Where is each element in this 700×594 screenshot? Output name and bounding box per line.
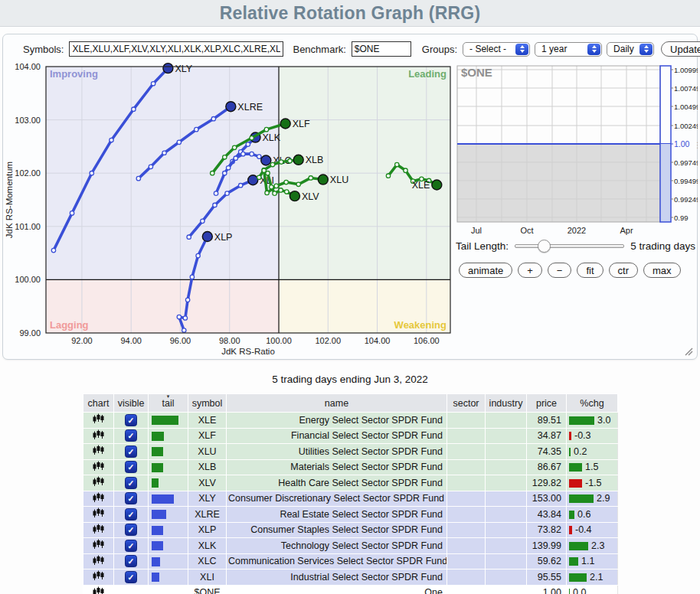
col-header-chart[interactable]: chart bbox=[83, 394, 114, 413]
visible-checkbox[interactable]: ✓ bbox=[125, 429, 137, 442]
chart-icon[interactable] bbox=[93, 429, 104, 440]
name-cell: Financial Select Sector SPDR Fund bbox=[227, 428, 447, 444]
visible-checkbox[interactable]: ✓ bbox=[125, 524, 137, 536]
visible-checkbox[interactable]: ✓ bbox=[125, 571, 137, 583]
pct-change-value: 2.1 bbox=[590, 572, 603, 583]
symbol-cell: XLRE bbox=[188, 507, 227, 523]
chart-icon[interactable] bbox=[93, 461, 104, 472]
slider-thumb[interactable] bbox=[538, 240, 551, 253]
series-head-XLB[interactable] bbox=[293, 155, 303, 165]
col-header-industry[interactable]: industry bbox=[486, 394, 527, 413]
benchmark-input[interactable] bbox=[352, 41, 411, 57]
stepper-icon bbox=[587, 44, 600, 55]
center-button[interactable]: ctr bbox=[609, 263, 638, 278]
period-select-value: Daily bbox=[613, 44, 634, 54]
tail-bar bbox=[152, 510, 166, 519]
svg-text:Leading: Leading bbox=[408, 68, 446, 80]
name-cell: Materials Select Sector SPDR Fund bbox=[227, 459, 447, 475]
svg-text:XLE: XLE bbox=[412, 180, 430, 191]
svg-text:0.9949999: 0.9949999 bbox=[674, 177, 698, 185]
series-head-XLP[interactable] bbox=[202, 232, 212, 242]
rrg-app: Relative Rotation Graph (RRG) Symbols: B… bbox=[0, 0, 700, 594]
symbol-cell: XLV bbox=[188, 475, 227, 491]
name-cell: Energy Select Sector SPDR Fund bbox=[227, 413, 447, 429]
animate-button[interactable]: animate bbox=[459, 263, 512, 278]
table-row-XLV: ✓XLVHealth Care Select Sector SPDR Fund1… bbox=[83, 475, 618, 491]
stepper-icon bbox=[515, 44, 528, 55]
resize-handle-icon[interactable] bbox=[683, 346, 693, 356]
svg-text:XLP: XLP bbox=[214, 232, 233, 243]
col-header-sector[interactable]: sector bbox=[447, 394, 486, 413]
series-head-XLRE[interactable] bbox=[226, 102, 236, 112]
zoom-out-button[interactable]: − bbox=[548, 263, 572, 278]
col-header-tail[interactable]: tail▾ bbox=[149, 394, 188, 413]
price-cell: 95.55 bbox=[527, 570, 567, 586]
series-head-XLI[interactable] bbox=[248, 175, 258, 185]
pct-change-bar bbox=[569, 589, 570, 594]
visible-checkbox[interactable]: ✓ bbox=[125, 492, 137, 504]
tail-bar bbox=[152, 478, 159, 488]
svg-text:1.0074999: 1.0074999 bbox=[674, 84, 698, 93]
zoom-in-button[interactable]: + bbox=[518, 263, 542, 278]
chart-icon[interactable] bbox=[93, 445, 104, 455]
visible-checkbox[interactable]: ✓ bbox=[125, 540, 137, 552]
svg-text:100.00: 100.00 bbox=[266, 336, 292, 345]
svg-text:JdK RS-Momentum: JdK RS-Momentum bbox=[5, 162, 14, 238]
max-button[interactable]: max bbox=[643, 263, 681, 278]
pct-change-value: 1.5 bbox=[585, 462, 598, 472]
table-row-XLF: ✓XLFFinancial Select Sector SPDR Fund34.… bbox=[83, 428, 618, 444]
name-cell: Utilities Select Sector SPDR Fund bbox=[227, 444, 447, 460]
pct-change-value: 2.9 bbox=[597, 493, 610, 504]
chart-icon[interactable] bbox=[93, 476, 104, 487]
col-header-visible[interactable]: visible bbox=[114, 394, 149, 413]
chart-icon[interactable] bbox=[93, 555, 104, 566]
tail-length-slider[interactable] bbox=[515, 240, 624, 252]
col-header-name[interactable]: name bbox=[227, 394, 447, 413]
svg-text:94.00: 94.00 bbox=[120, 336, 142, 345]
chart-icon[interactable] bbox=[93, 570, 104, 581]
col-header-chg[interactable]: %chg bbox=[567, 394, 618, 413]
chart-icon[interactable] bbox=[93, 413, 104, 424]
svg-text:103.00: 103.00 bbox=[15, 116, 41, 125]
visible-checkbox[interactable]: ✓ bbox=[125, 461, 137, 473]
page-title: Relative Rotation Graph (RRG) bbox=[220, 3, 481, 24]
chart-icon[interactable] bbox=[93, 539, 104, 550]
series-head-XLU[interactable] bbox=[318, 175, 328, 184]
chart-icon[interactable] bbox=[93, 492, 104, 503]
svg-text:XLV: XLV bbox=[302, 191, 319, 202]
period-select[interactable]: Daily bbox=[607, 42, 654, 57]
range-select[interactable]: 1 year bbox=[535, 42, 602, 57]
benchmark-mini-chart: 1.00999991.00749991.00499991.00249991.00… bbox=[456, 62, 698, 241]
table-row-XLRE: ✓XLREReal Estate Select Sector SPDR Fund… bbox=[83, 507, 618, 523]
name-cell: Industrial Select Sector SPDR Fund bbox=[227, 570, 447, 586]
visible-checkbox[interactable]: ✓ bbox=[125, 477, 137, 489]
symbols-label: Symbols: bbox=[23, 44, 64, 55]
col-header-price[interactable]: price bbox=[527, 394, 567, 413]
fit-button[interactable]: fit bbox=[577, 263, 603, 278]
price-cell: 73.82 bbox=[527, 522, 567, 538]
series-head-XLF[interactable] bbox=[280, 119, 290, 129]
chart-icon[interactable] bbox=[93, 524, 104, 534]
col-header-symbol[interactable]: symbol bbox=[188, 394, 227, 413]
name-cell: Real Estate Select Sector SPDR Fund bbox=[227, 507, 447, 523]
table-row-XLE: ✓XLEEnergy Select Sector SPDR Fund89.513… bbox=[83, 413, 618, 429]
pct-change-value: 0.2 bbox=[574, 446, 587, 457]
svg-text:92.00: 92.00 bbox=[71, 336, 93, 345]
update-button[interactable]: Update bbox=[661, 41, 700, 57]
chart-icon[interactable] bbox=[93, 508, 104, 518]
visible-checkbox[interactable]: ✓ bbox=[125, 445, 137, 458]
chart-icon[interactable] bbox=[93, 586, 104, 594]
series-head-XLY[interactable] bbox=[163, 64, 173, 73]
series-head-XLE[interactable] bbox=[432, 180, 442, 190]
groups-select[interactable]: - Select - bbox=[463, 42, 530, 57]
groups-label: Groups: bbox=[422, 44, 457, 55]
slider-track[interactable] bbox=[515, 244, 624, 248]
visible-checkbox[interactable]: ✓ bbox=[125, 508, 137, 521]
series-head-XLV[interactable] bbox=[289, 191, 299, 201]
symbol-cell: $ONE bbox=[188, 585, 227, 594]
series-head-XLC[interactable] bbox=[261, 155, 271, 165]
visible-checkbox[interactable]: ✓ bbox=[125, 555, 137, 567]
rrg-chart: 92.0094.0096.0098.00100.00102.00104.0010… bbox=[3, 62, 459, 362]
symbols-input[interactable] bbox=[69, 41, 283, 57]
visible-checkbox[interactable]: ✓ bbox=[125, 414, 137, 426]
